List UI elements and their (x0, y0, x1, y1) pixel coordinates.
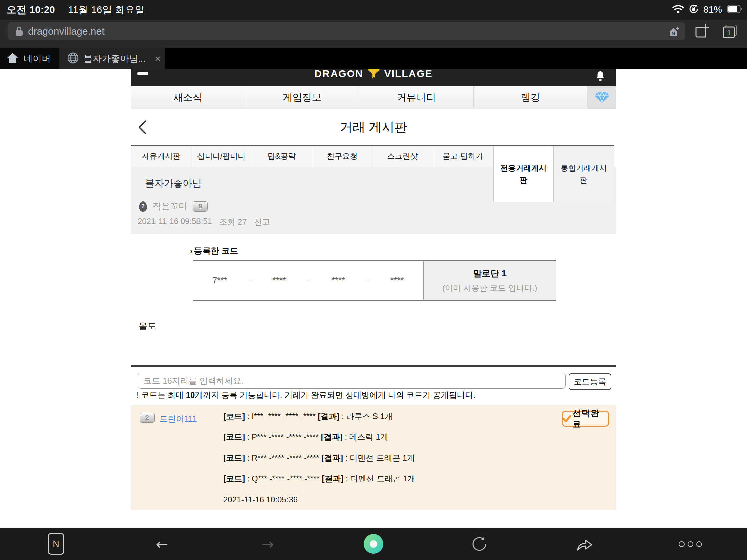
new-tab-icon[interactable] (693, 23, 712, 42)
board-tab-통합거래게시판[interactable]: 통합거래게시판 (553, 146, 614, 202)
board-tab-팁&공략[interactable]: 팁&공략 (252, 146, 312, 167)
status-time: 오전 10:20 (7, 4, 55, 15)
code-submit-button[interactable]: 코드등록 (569, 373, 611, 390)
commenter-username[interactable]: 드린이111 (159, 413, 197, 424)
wifi-icon (672, 5, 684, 15)
status-time-date: 오전 10:2011월 16일 화요일 (7, 3, 145, 17)
refresh-icon[interactable] (464, 528, 494, 560)
nav-item-커뮤니티[interactable]: 커뮤니티 (359, 86, 473, 109)
author-row: ? 작은꼬마 9 (139, 201, 208, 212)
logo-text-right: VILLAGE (384, 70, 433, 79)
logo-text-left: DRAGON (314, 70, 363, 79)
svg-text:N: N (672, 30, 675, 36)
forward-arrow-icon: → (253, 528, 283, 560)
report-link[interactable]: 신고 (254, 217, 270, 227)
naver-home-plus-icon[interactable]: N (666, 25, 681, 42)
code-result-note: (이미 사용한 코드 입니다.) (442, 283, 537, 293)
post-title: 블자가좋아님 (145, 177, 202, 190)
tab-close-icon[interactable]: × (155, 54, 160, 64)
code-cell: - (307, 275, 310, 286)
nav-item-게임정보[interactable]: 게임정보 (245, 86, 359, 109)
registered-code-table: 7***-****-****-**** 말로단 1 (이미 사용한 코드 입니다… (193, 260, 556, 301)
web-page: DRAGON VILLAGE 새소식게임정보커뮤니티랭킹 거래 게시판 자유게시… (0, 70, 747, 528)
back-arrow-icon[interactable]: ← (147, 528, 177, 560)
url-text: dragonvillage.net (28, 26, 105, 37)
code-cell: 7*** (212, 275, 227, 286)
comment-code-line: [코드] : Q*** -**** -**** -**** [결과] : 디멘션… (223, 468, 415, 489)
comment-block: 2 드린이111 [코드] : I*** -**** -**** -**** [… (131, 405, 616, 510)
board-tab-친구요청[interactable]: 친구요청 (312, 146, 372, 167)
dragon-logo-icon (368, 70, 380, 82)
code-result-title: 말로단 1 (473, 268, 507, 279)
comment-code-line: [코드] : R*** -**** -**** -**** [결과] : 디멘션… (223, 448, 415, 468)
home-tab-icon (7, 52, 19, 65)
status-date: 11월 16일 화요일 (68, 4, 145, 15)
board-tab-묻고 답하기[interactable]: 묻고 답하기 (433, 146, 493, 167)
tab-count: 1 (727, 29, 731, 37)
author-egg-icon: ? (139, 202, 147, 212)
comment-lines: [코드] : I*** -**** -**** -**** [결과] : 라루스… (223, 406, 415, 510)
browser-tab-naver[interactable]: 네이버 (0, 48, 59, 70)
post-date: 2021-11-16 09:58:51 (138, 217, 212, 227)
code-cell: - (366, 275, 369, 286)
code-input[interactable] (138, 373, 566, 389)
registered-code-heading: ›등록한 코드 (190, 245, 238, 257)
commenter-level-badge: 2 (140, 412, 155, 423)
code-cell: **** (332, 275, 345, 286)
browser-tab-strip: 네이버 블자가좋아님... × (0, 48, 747, 70)
page-title: 거래 게시판 (131, 118, 616, 136)
board-tab-자유게시판[interactable]: 자유게시판 (131, 146, 191, 167)
home-button-icon[interactable] (358, 528, 389, 560)
screen: 오전 10:2011월 16일 화요일 81% dragonvillage.ne… (0, 0, 747, 560)
author-level-badge: 9 (193, 202, 208, 212)
code-cell: - (249, 275, 252, 286)
tab-switcher-icon[interactable]: 1 (721, 23, 740, 42)
browser-toolbar: N ← → (0, 528, 747, 560)
board-tab-전용거래게시판[interactable]: 전용거래게시판 (493, 146, 554, 202)
battery-icon (727, 5, 742, 15)
board-tabs: 자유게시판삽니다/팝니다팁&공략친구요청스크린샷묻고 답하기전용거래게시판통합거… (131, 145, 614, 167)
select-complete-button[interactable]: 선택완료 (562, 410, 609, 427)
code-cell: **** (390, 275, 404, 286)
share-icon[interactable] (570, 528, 600, 560)
code-masked-cells: 7***-****-****-**** (193, 261, 423, 300)
post-meta: 2021-11-16 09:58:51 조회 27 신고 (138, 217, 270, 227)
code-cell: **** (273, 275, 286, 286)
author-name: 작은꼬마 (153, 201, 187, 212)
nav-item-랭킹[interactable]: 랭킹 (473, 86, 588, 109)
board-title-row: 거래 게시판 (131, 109, 616, 145)
post-views: 조회 27 (219, 217, 247, 227)
naver-app-icon[interactable]: N (41, 528, 71, 560)
comment-code-line: [코드] : P*** -**** -**** -**** [결과] : 데스락… (223, 427, 415, 448)
site-logo: DRAGON VILLAGE (131, 70, 616, 82)
code-note: ! 코드는 최대 10개까지 등록 가능합니다. 거래가 완료되면 상대방에게 … (137, 390, 475, 401)
browser-tab-current[interactable]: 블자가좋아님... × (59, 48, 165, 70)
notification-bell-icon[interactable] (595, 71, 605, 83)
more-dots-icon[interactable] (675, 528, 705, 560)
board-tab-삽니다/팝니다[interactable]: 삽니다/팝니다 (191, 146, 252, 167)
browser-tab-label: 블자가좋아님... (84, 53, 146, 65)
post-body-text: 올도 (139, 320, 156, 332)
https-lock-icon (15, 26, 23, 36)
battery-percent: 81% (703, 4, 722, 15)
browser-chrome: dragonvillage.net N 1 (0, 20, 747, 48)
check-icon (563, 414, 571, 423)
status-bar: 오전 10:2011월 16일 화요일 81% (0, 0, 747, 20)
heading-arrow-icon: › (190, 247, 192, 256)
rotation-lock-icon (689, 4, 699, 16)
comment-code-line: [코드] : I*** -**** -**** -**** [결과] : 라루스… (223, 406, 415, 427)
address-bar[interactable]: dragonvillage.net N (8, 22, 685, 40)
browser-tab-label: 네이버 (24, 53, 51, 65)
code-result-cell: 말로단 1 (이미 사용한 코드 입니다.) (423, 261, 556, 300)
registered-code-label: 등록한 코드 (194, 246, 238, 256)
board-tab-스크린샷[interactable]: 스크린샷 (372, 146, 433, 167)
diamond-shop-icon[interactable] (588, 86, 616, 109)
globe-icon (67, 52, 79, 65)
select-complete-label: 선택완료 (573, 407, 608, 430)
comment-timestamp: 2021-11-16 10:05:36 (223, 489, 415, 510)
section-divider (131, 365, 616, 367)
site-nav: 새소식게임정보커뮤니티랭킹 (131, 86, 616, 109)
site-content: DRAGON VILLAGE 새소식게임정보커뮤니티랭킹 거래 게시판 자유게시… (131, 70, 616, 528)
site-header: DRAGON VILLAGE (131, 70, 616, 86)
nav-item-새소식[interactable]: 새소식 (131, 86, 245, 109)
